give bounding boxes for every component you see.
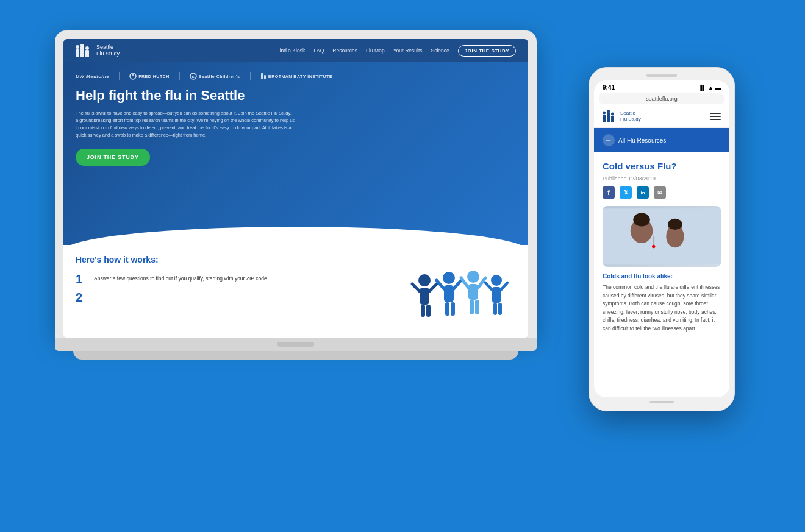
svg-point-17 bbox=[443, 272, 455, 284]
nav-link-science[interactable]: Science bbox=[431, 48, 449, 54]
article-title: Cold versus Flu? bbox=[603, 161, 721, 172]
svg-rect-37 bbox=[611, 116, 614, 122]
hiw-step-1: 1 Answer a few questions to find out if … bbox=[76, 273, 394, 285]
svg-rect-12 bbox=[420, 288, 429, 305]
svg-rect-18 bbox=[444, 285, 454, 302]
svg-rect-35 bbox=[603, 115, 606, 122]
fred-hutch-icon bbox=[129, 73, 137, 80]
nav-link-flumap[interactable]: Flu Map bbox=[366, 48, 385, 54]
svg-line-13 bbox=[412, 284, 420, 291]
partner-divider-2 bbox=[179, 72, 180, 80]
hiw-left: Here's how it works: 1 Answer a few ques… bbox=[76, 255, 394, 328]
svg-point-44 bbox=[633, 213, 649, 227]
svg-text:S: S bbox=[192, 75, 195, 79]
partner-fredh-text: FRED HUTCH bbox=[138, 74, 170, 79]
nav-links: Find a Kiosk FAQ Resources Flu Map Your … bbox=[276, 45, 516, 57]
hamburger-line-1 bbox=[710, 113, 721, 114]
svg-point-6 bbox=[130, 73, 136, 79]
back-arrow-icon: ← bbox=[603, 134, 615, 146]
article-date: Published 12/03/2019 bbox=[603, 176, 721, 182]
svg-line-20 bbox=[454, 280, 461, 289]
svg-line-32 bbox=[501, 283, 507, 290]
phone-nav: Seattle Flu Study bbox=[594, 105, 729, 128]
svg-point-5 bbox=[85, 46, 89, 50]
svg-point-40 bbox=[611, 113, 614, 116]
phone-time: 9:41 bbox=[603, 84, 615, 91]
hiw-title: Here's how it works: bbox=[76, 255, 394, 264]
facebook-share-icon[interactable]: f bbox=[603, 186, 615, 199]
partner-brotman: BROTMAN BATY INSTITUTE bbox=[260, 73, 332, 80]
svg-rect-2 bbox=[85, 50, 89, 57]
email-share-icon[interactable]: ✉ bbox=[654, 186, 666, 199]
phone-logo-name: Seattle bbox=[620, 110, 641, 116]
nav-link-kiosk[interactable]: Find a Kiosk bbox=[276, 48, 305, 54]
phone-status-bar: 9:41 ▐▌ ▲ ▬ bbox=[594, 80, 729, 92]
hero-join-button[interactable]: JOIN THE STUDY bbox=[76, 149, 150, 166]
linkedin-share-icon[interactable]: in bbox=[637, 186, 649, 199]
article-image bbox=[603, 206, 721, 267]
phone-screen: 9:41 ▐▌ ▲ ▬ seattleflu.org bbox=[594, 80, 729, 397]
svg-rect-15 bbox=[421, 305, 425, 317]
phone-logo: Seattle Flu Study bbox=[603, 110, 641, 122]
partner-childrens-text: Seattle Children's bbox=[199, 74, 240, 79]
wifi-icon: ▲ bbox=[708, 85, 714, 91]
svg-point-3 bbox=[76, 45, 79, 49]
laptop: Seattle Flu Study Find a Kiosk FAQ Resou… bbox=[55, 30, 537, 360]
logo-name: Seattle bbox=[96, 44, 120, 51]
svg-line-14 bbox=[429, 284, 437, 291]
hamburger-line-2 bbox=[710, 116, 721, 117]
partner-seattle-childrens: S Seattle Children's bbox=[190, 73, 240, 80]
phone-url-bar[interactable]: seattleflu.org bbox=[599, 93, 724, 104]
svg-rect-24 bbox=[468, 284, 478, 300]
social-icons-row: f 𝕏 in ✉ bbox=[603, 186, 721, 199]
svg-rect-22 bbox=[451, 302, 455, 316]
website: Seattle Flu Study Find a Kiosk FAQ Resou… bbox=[63, 39, 528, 338]
phone-logo-icon bbox=[603, 110, 617, 122]
hero-section: UW Medicine FRED HUTCH bbox=[63, 62, 528, 245]
nav-join-button[interactable]: JOIN THE STUDY bbox=[458, 45, 516, 57]
article-body: The common cold and the flu are differen… bbox=[603, 283, 721, 333]
partner-fredh: FRED HUTCH bbox=[129, 73, 170, 80]
svg-rect-33 bbox=[493, 303, 497, 315]
svg-rect-1 bbox=[80, 46, 84, 57]
step-1-text: Answer a few questions to find out if yo… bbox=[94, 273, 267, 283]
phone-outer: 9:41 ▐▌ ▲ ▬ seattleflu.org bbox=[589, 67, 735, 411]
svg-rect-27 bbox=[470, 300, 474, 314]
svg-point-29 bbox=[491, 275, 502, 286]
laptop-notch bbox=[277, 342, 314, 347]
phone-speaker bbox=[646, 74, 677, 77]
nav-link-results[interactable]: Your Results bbox=[393, 48, 423, 54]
hiw-step-2: 2 bbox=[76, 291, 394, 303]
hamburger-menu[interactable] bbox=[710, 113, 721, 120]
people-illustration bbox=[406, 267, 516, 328]
svg-rect-21 bbox=[445, 302, 449, 316]
svg-line-31 bbox=[485, 283, 492, 290]
nav-link-faq[interactable]: FAQ bbox=[313, 48, 324, 54]
svg-rect-10 bbox=[264, 75, 266, 79]
website-nav: Seattle Flu Study Find a Kiosk FAQ Resou… bbox=[63, 39, 528, 62]
twitter-share-icon[interactable]: 𝕏 bbox=[620, 186, 632, 199]
partner-divider-3 bbox=[250, 72, 251, 80]
partner-brotman-text: BROTMAN BATY INSTITUTE bbox=[268, 74, 332, 79]
laptop-screen: Seattle Flu Study Find a Kiosk FAQ Resou… bbox=[63, 39, 528, 338]
logo-svg-icon bbox=[76, 44, 93, 57]
svg-rect-0 bbox=[76, 49, 79, 57]
svg-rect-41 bbox=[603, 208, 721, 264]
hiw-right bbox=[406, 255, 516, 328]
battery-icon: ▬ bbox=[715, 85, 721, 91]
back-button[interactable]: ← All Flu Resources bbox=[594, 128, 729, 152]
svg-rect-36 bbox=[607, 112, 610, 122]
article-image-svg bbox=[603, 206, 721, 267]
nav-logo: Seattle Flu Study bbox=[76, 44, 120, 57]
svg-point-23 bbox=[467, 271, 479, 283]
phone-home-indicator[interactable] bbox=[649, 401, 674, 403]
partner-logos: UW Medicine FRED HUTCH bbox=[76, 72, 516, 80]
nav-link-resources[interactable]: Resources bbox=[332, 48, 357, 54]
step-2-num: 2 bbox=[76, 291, 88, 303]
hamburger-line-3 bbox=[710, 119, 721, 120]
svg-rect-9 bbox=[261, 73, 263, 79]
seattle-childrens-icon: S bbox=[190, 73, 197, 80]
svg-rect-30 bbox=[492, 287, 501, 303]
phone-logo-sub: Flu Study bbox=[620, 116, 641, 122]
signal-icon: ▐▌ bbox=[698, 85, 706, 91]
